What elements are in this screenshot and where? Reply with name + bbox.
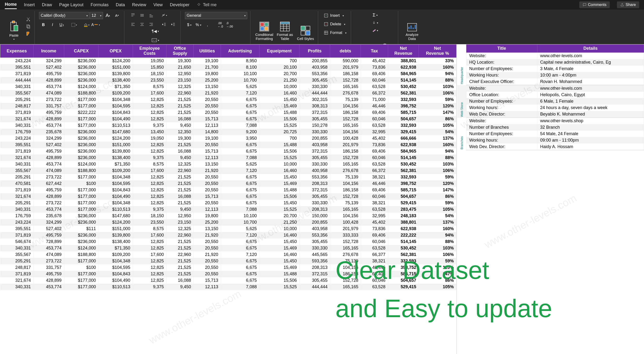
data-cell[interactable]: 20,100 — [259, 64, 299, 71]
column-header[interactable]: debts — [330, 44, 361, 58]
column-header[interactable]: EmployeeCosts — [133, 44, 166, 58]
data-cell[interactable]: 59% — [419, 96, 456, 103]
data-cell[interactable]: 584,965 — [388, 148, 418, 155]
data-cell[interactable]: 371,819 — [0, 71, 34, 77]
data-cell[interactable]: 106% — [419, 90, 456, 96]
data-cell[interactable]: 7,120 — [221, 168, 259, 174]
data-cell[interactable]: $177,000 — [64, 206, 98, 213]
data-cell[interactable]: 444,444 — [299, 90, 330, 96]
data-cell[interactable]: 94% — [419, 148, 456, 155]
data-cell[interactable]: 69,406 — [361, 187, 388, 193]
data-cell[interactable]: 428,899 — [33, 155, 64, 161]
data-cell[interactable]: 9,375 — [133, 122, 166, 129]
data-cell[interactable]: 205,291 — [0, 96, 34, 103]
data-cell[interactable]: 495,759 — [33, 271, 64, 277]
data-cell[interactable]: 165,165 — [330, 83, 361, 90]
data-cell[interactable]: 59% — [419, 174, 456, 180]
info-row[interactable]: Working hours:09:00 am - 11:00pm — [457, 137, 644, 144]
data-cell[interactable]: 5,625 — [221, 225, 259, 232]
data-cell[interactable]: 15,469 — [259, 103, 299, 109]
data-cell[interactable]: 176,759 — [0, 129, 34, 135]
data-cell[interactable]: $138,400 — [98, 77, 133, 83]
data-cell[interactable]: $177,000 — [64, 174, 98, 180]
info-row[interactable]: Chief Executive Officer:Rovan H. Mohamme… — [457, 78, 644, 85]
data-cell[interactable]: 17,600 — [133, 90, 166, 96]
data-cell[interactable]: 276,678 — [330, 90, 361, 96]
data-cell[interactable]: 12,113 — [194, 284, 221, 290]
data-cell[interactable]: $104,595 — [98, 180, 133, 187]
column-header[interactable]: Tax — [361, 44, 388, 58]
data-cell[interactable]: 305,455 — [299, 238, 330, 245]
data-cell[interactable]: 8,950 — [221, 58, 259, 64]
data-cell[interactable]: 12,113 — [194, 206, 221, 213]
data-cell[interactable]: 530,452 — [388, 161, 418, 168]
data-cell[interactable]: $124,200 — [98, 219, 133, 225]
data-cell[interactable]: 248,817 — [0, 264, 34, 271]
data-cell[interactable]: $104,490 — [98, 277, 133, 284]
format-as-table-button[interactable]: Format as Table — [275, 12, 294, 41]
data-cell[interactable]: 553,356 — [299, 71, 330, 77]
data-cell[interactable]: $104,490 — [98, 116, 133, 122]
data-cell[interactable]: 474,089 — [33, 251, 64, 258]
data-cell[interactable]: 73,836 — [361, 64, 388, 71]
data-cell[interactable]: 23,150 — [166, 77, 193, 83]
data-cell[interactable]: 332,593 — [388, 258, 418, 264]
data-cell[interactable]: $151,000 — [98, 225, 133, 232]
data-cell[interactable]: 88% — [419, 155, 456, 161]
data-cell[interactable]: $124,000 — [64, 245, 98, 251]
data-cell[interactable]: 176,759 — [0, 213, 34, 219]
insert-cells-button[interactable]: Insert — [322, 12, 348, 19]
info-row[interactable]: Working hours:24 hours a day, seven days… — [457, 105, 644, 111]
data-cell[interactable]: 15,488 — [259, 271, 299, 277]
data-cell[interactable]: 495,759 — [33, 148, 64, 155]
table-row[interactable]: 355,567474,089$188,800$109,20017,60022,9… — [0, 90, 456, 96]
data-cell[interactable]: 15,506 — [259, 193, 299, 200]
data-cell[interactable]: 355,567 — [0, 168, 34, 174]
data-cell[interactable]: 186,158 — [330, 187, 361, 193]
data-cell[interactable]: 106% — [419, 251, 456, 258]
data-cell[interactable]: $110,513 — [98, 284, 133, 290]
data-cell[interactable]: 10,700 — [221, 77, 259, 83]
table-row[interactable]: 546,674728,899$236,000$138,40012,82521,5… — [0, 238, 456, 245]
data-cell[interactable]: $177,000 — [64, 103, 98, 109]
data-cell[interactable]: 86% — [419, 116, 456, 122]
data-cell[interactable]: $236,000 — [64, 148, 98, 155]
data-cell[interactable]: 200,855 — [299, 219, 330, 225]
data-cell[interactable]: $177,000 — [64, 122, 98, 129]
data-cell[interactable]: 273,722 — [33, 258, 64, 264]
data-cell[interactable]: 10,100 — [221, 71, 259, 77]
font-color-button[interactable]: A▾ — [91, 21, 100, 28]
data-cell[interactable]: 444,444 — [299, 284, 330, 290]
data-cell[interactable]: $104,490 — [98, 193, 133, 200]
data-cell[interactable]: 46,446 — [361, 103, 388, 109]
cell-styles-button[interactable]: Cell Styles — [296, 12, 315, 41]
data-cell[interactable]: 38,321 — [361, 174, 388, 180]
data-cell[interactable]: 12,325 — [166, 161, 193, 168]
data-cell[interactable]: 12,113 — [194, 122, 221, 129]
data-cell[interactable]: 15,713 — [194, 193, 221, 200]
info-row[interactable]: Web Dev. Director:Beyablo K. Mohammed — [457, 111, 644, 118]
paste-button[interactable]: Paste ▾ — [4, 12, 24, 41]
data-cell[interactable]: 18,150 — [133, 213, 166, 219]
table-row[interactable]: 176,759235,678$236,000$147,68018,15012,9… — [0, 213, 456, 219]
data-cell[interactable]: $222,222 — [64, 109, 98, 116]
table-row[interactable]: 243,224324,299$236,000$124,20023,55023,1… — [0, 219, 456, 225]
data-cell[interactable]: 324,299 — [33, 135, 64, 142]
data-cell[interactable]: 321,674 — [0, 193, 34, 200]
data-cell[interactable]: $236,000 — [64, 129, 98, 135]
data-cell[interactable]: 222,222 — [388, 232, 418, 238]
data-cell[interactable]: 12,825 — [133, 258, 166, 264]
data-cell[interactable]: 21,525 — [166, 187, 193, 193]
data-cell[interactable]: 10,100 — [221, 213, 259, 219]
data-cell[interactable]: 22,960 — [166, 232, 193, 238]
data-cell[interactable]: 324,299 — [33, 58, 64, 64]
data-cell[interactable]: $124,200 — [98, 58, 133, 64]
data-cell[interactable]: 21,700 — [194, 64, 221, 71]
data-cell[interactable]: 21,525 — [166, 264, 193, 271]
data-cell[interactable]: 104,156 — [330, 103, 361, 109]
data-cell[interactable]: 147% — [419, 271, 456, 277]
data-cell[interactable]: 186,158 — [330, 148, 361, 155]
data-cell[interactable]: 321,674 — [0, 155, 34, 161]
data-cell[interactable]: 527,402 — [33, 225, 64, 232]
data-cell[interactable]: 10,000 — [259, 83, 299, 90]
